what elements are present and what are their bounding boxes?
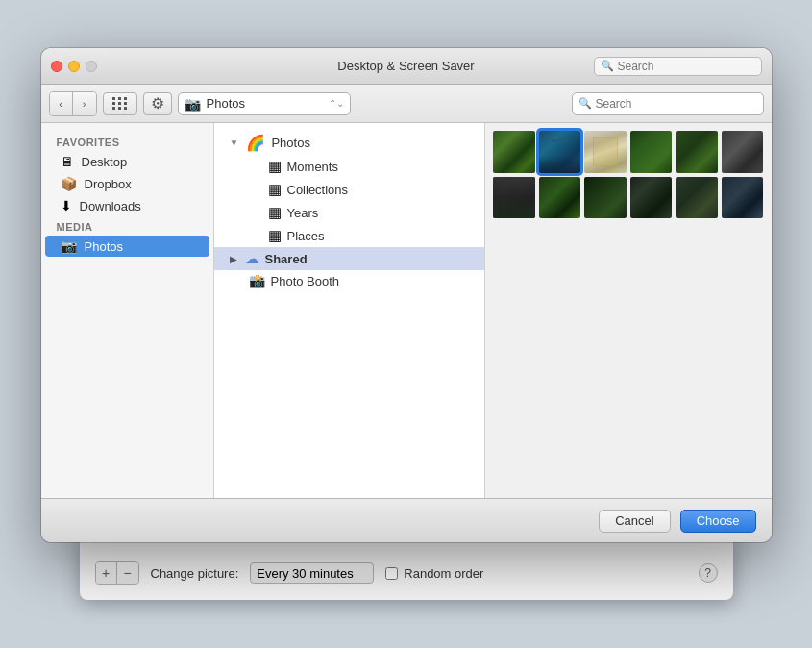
- random-order-checkbox[interactable]: [385, 567, 398, 580]
- photo-thumb-11[interactable]: [722, 177, 764, 219]
- tree-years-label: Years: [287, 206, 319, 220]
- tree-item-collections[interactable]: ▦ Collections: [234, 178, 485, 201]
- sidebar-item-photos-label: Photos: [85, 239, 123, 254]
- tree-photos-root-label: Photos: [271, 136, 309, 150]
- photos-grid-area: [485, 123, 772, 498]
- photo-thumb-10[interactable]: [676, 177, 718, 219]
- title-bar-search-box[interactable]: 🔍: [594, 57, 762, 76]
- choose-button[interactable]: Choose: [680, 510, 756, 533]
- sidebar-item-dropbox-label: Dropbox: [85, 177, 132, 191]
- sidebar-item-desktop[interactable]: 🖥 Desktop: [45, 151, 209, 172]
- action-button[interactable]: ⚙: [143, 92, 172, 115]
- file-tree: ▼ 🌈 Photos ▦ Moments ▦ Collections: [214, 123, 486, 498]
- sidebar-item-downloads-label: Downloads: [80, 199, 141, 213]
- toolbar-search-icon: 🔍: [578, 97, 592, 110]
- photo-thumb-0[interactable]: [493, 131, 535, 173]
- path-arrow-icon: ⌃⌄: [329, 98, 344, 109]
- downloads-icon: ⬇: [61, 198, 72, 213]
- change-picture-select[interactable]: Every 30 minutes: [250, 562, 374, 584]
- moments-icon: ▦: [268, 158, 282, 175]
- collections-icon: ▦: [268, 181, 282, 198]
- tree-collections-label: Collections: [287, 183, 349, 197]
- photobooth-icon: 📸: [249, 273, 265, 288]
- tree-photobooth-label: Photo Booth: [271, 274, 340, 288]
- photo-thumb-8[interactable]: [584, 177, 627, 219]
- tree-item-moments[interactable]: ▦ Moments: [234, 155, 485, 178]
- photo-thumb-9[interactable]: [630, 177, 673, 219]
- photos-children: ▦ Moments ▦ Collections ▦ Years: [214, 155, 485, 247]
- photo-thumb-1[interactable]: [539, 131, 581, 173]
- favorites-section-label: Favorites: [41, 133, 213, 150]
- maximize-button[interactable]: [86, 61, 97, 72]
- shared-cloud-icon: ☁: [245, 250, 259, 267]
- toolbar-search-box[interactable]: 🔍: [572, 92, 764, 115]
- toolbar-search-input[interactable]: [596, 97, 757, 111]
- tree-item-photobooth[interactable]: 📸 Photo Booth: [214, 270, 485, 291]
- sidebar-item-photos[interactable]: 📷 Photos: [45, 236, 209, 257]
- sidebar: Favorites 🖥 Desktop 📦 Dropbox ⬇ Download…: [41, 123, 214, 498]
- photos-multicolor-icon: 🌈: [246, 134, 265, 152]
- back-forward-buttons: ‹ ›: [49, 91, 97, 116]
- tree-item-photos-root[interactable]: ▼ 🌈 Photos: [214, 131, 485, 155]
- path-icon: 📷: [185, 96, 201, 112]
- sidebar-item-downloads[interactable]: ⬇ Downloads: [45, 195, 209, 216]
- tree-moments-label: Moments: [287, 160, 338, 174]
- media-section-label: Media: [41, 217, 213, 235]
- photo-thumb-4[interactable]: [676, 131, 718, 173]
- photo-thumb-7[interactable]: [539, 177, 581, 219]
- random-order-label: Random order: [385, 566, 483, 581]
- file-dialog-window: Desktop & Screen Saver 🔍 ‹ › ⚙ 📷 Photos …: [41, 48, 772, 542]
- path-selector[interactable]: 📷 Photos ⌃⌄: [178, 92, 351, 115]
- close-button[interactable]: [51, 61, 62, 72]
- tree-item-places[interactable]: ▦ Places: [234, 224, 485, 247]
- tree-item-years[interactable]: ▦ Years: [234, 201, 485, 224]
- title-search-icon: 🔍: [601, 60, 614, 72]
- forward-button[interactable]: ›: [73, 92, 96, 115]
- path-label: Photos: [207, 96, 323, 111]
- change-picture-label: Change picture:: [151, 566, 239, 581]
- years-icon: ▦: [268, 204, 282, 221]
- main-content: Favorites 🖥 Desktop 📦 Dropbox ⬇ Download…: [41, 123, 772, 498]
- photo-thumb-3[interactable]: [630, 131, 673, 173]
- bottom-bar: Cancel Choose: [41, 498, 772, 542]
- remove-source-button[interactable]: −: [117, 562, 138, 584]
- window-title: Desktop & Screen Saver: [337, 59, 474, 73]
- toolbar: ‹ › ⚙ 📷 Photos ⌃⌄ 🔍: [41, 85, 772, 123]
- tree-shared-label: Shared: [265, 252, 308, 266]
- backdrop-window: + − Change picture: Every 30 minutes Ran…: [80, 536, 733, 600]
- tree-item-shared[interactable]: ▶ ☁ Shared: [214, 247, 485, 270]
- photo-thumb-2[interactable]: [584, 131, 627, 173]
- view-options-button[interactable]: [103, 92, 137, 115]
- title-bar: Desktop & Screen Saver 🔍: [41, 48, 772, 85]
- minimize-button[interactable]: [68, 61, 80, 72]
- cancel-button[interactable]: Cancel: [599, 510, 670, 533]
- back-button[interactable]: ‹: [50, 92, 73, 115]
- sidebar-item-dropbox[interactable]: 📦 Dropbox: [45, 173, 209, 194]
- add-remove-buttons[interactable]: + −: [95, 561, 139, 585]
- photo-thumb-5[interactable]: [722, 131, 764, 173]
- traffic-lights: [51, 61, 97, 72]
- title-search-input[interactable]: [618, 60, 755, 73]
- browser-area: ▼ 🌈 Photos ▦ Moments ▦ Collections: [214, 123, 772, 498]
- add-source-button[interactable]: +: [96, 562, 117, 584]
- shared-arrow-icon: ▶: [230, 254, 237, 264]
- desktop-icon: 🖥: [61, 154, 74, 169]
- photos-grid: [493, 131, 764, 218]
- help-button[interactable]: ?: [699, 563, 718, 583]
- sidebar-item-desktop-label: Desktop: [82, 155, 128, 169]
- tree-places-label: Places: [287, 229, 325, 243]
- photos-icon: 📷: [61, 238, 77, 254]
- places-icon: ▦: [268, 227, 282, 244]
- grid-view-icon: [112, 97, 128, 110]
- dropbox-icon: 📦: [61, 176, 77, 191]
- photos-arrow-icon: ▼: [230, 137, 239, 148]
- photo-thumb-6[interactable]: [493, 177, 535, 219]
